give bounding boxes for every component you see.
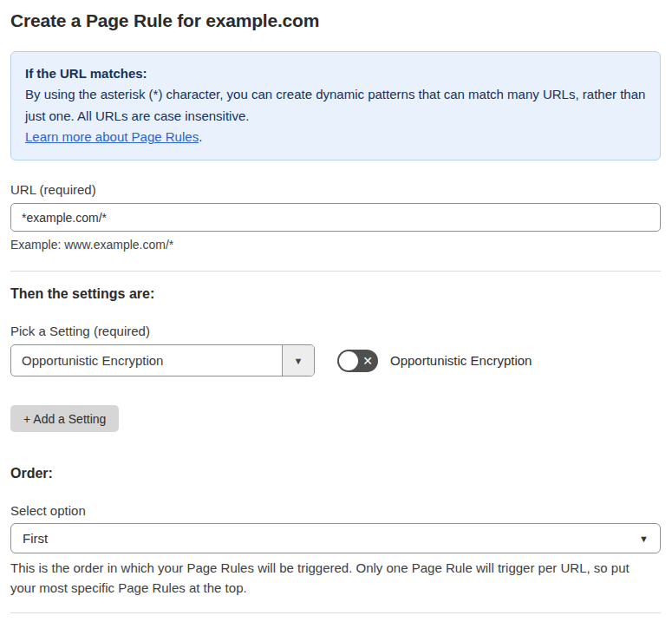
section-divider (10, 271, 661, 272)
order-select-value: First (23, 531, 48, 546)
toggle-label: Opportunistic Encryption (390, 353, 532, 368)
url-example-helper: Example: www.example.com/* (10, 238, 661, 252)
setting-row: Opportunistic Encryption ▼ ✕ Opportunist… (10, 344, 661, 376)
pick-setting-label: Pick a Setting (required) (10, 324, 661, 338)
chevron-down-icon[interactable]: ▼ (282, 345, 314, 376)
x-icon: ✕ (362, 354, 373, 366)
setting-select[interactable]: Opportunistic Encryption ▼ (10, 344, 315, 376)
info-box-link-line: Learn more about Page Rules. (25, 127, 646, 147)
order-select[interactable]: First ▼ (10, 523, 661, 553)
chevron-down-icon: ▼ (639, 534, 649, 544)
opportunistic-encryption-toggle[interactable]: ✕ (337, 350, 378, 372)
setting-select-value: Opportunistic Encryption (11, 345, 282, 376)
learn-more-link[interactable]: Learn more about Page Rules (25, 129, 199, 144)
page-rule-form: Create a Page Rule for example.com If th… (0, 0, 672, 622)
url-input[interactable] (10, 203, 661, 232)
footer-divider (10, 612, 661, 613)
settings-section-heading: Then the settings are: (10, 286, 661, 302)
info-box-heading: If the URL matches: (25, 63, 646, 84)
url-matches-info-box: If the URL matches: By using the asteris… (10, 51, 661, 160)
order-select-label: Select option (10, 503, 661, 518)
order-helper-text: This is the order in which your Page Rul… (10, 558, 652, 599)
url-field-label: URL (required) (10, 182, 661, 197)
add-setting-button[interactable]: + Add a Setting (10, 405, 119, 432)
link-suffix: . (199, 129, 202, 144)
page-title: Create a Page Rule for example.com (10, 10, 661, 31)
setting-toggle-wrap: ✕ Opportunistic Encryption (337, 350, 532, 372)
info-box-body: By using the asterisk (*) character, you… (25, 84, 646, 127)
order-section-heading: Order: (10, 466, 661, 481)
toggle-knob (339, 351, 358, 370)
